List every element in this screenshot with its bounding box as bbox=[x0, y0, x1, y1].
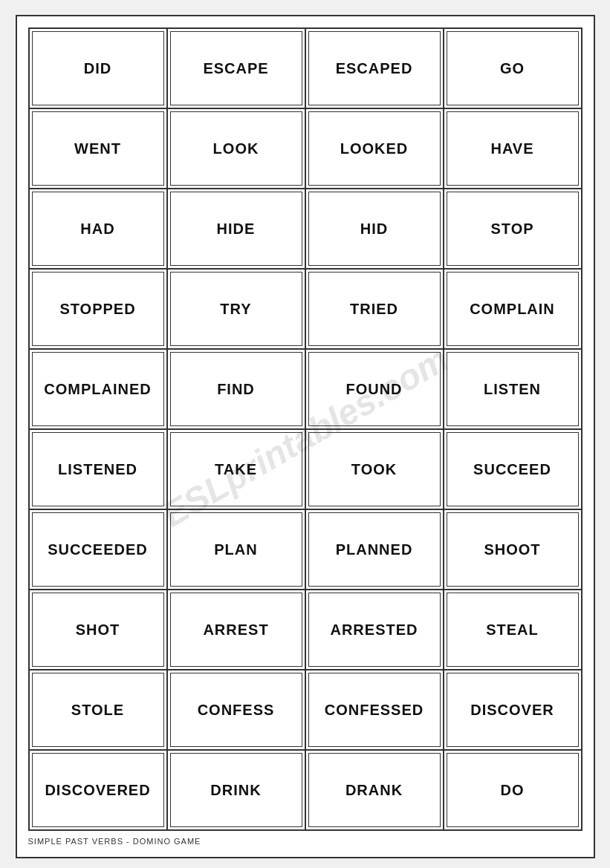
table-row: SHOOT bbox=[444, 510, 583, 590]
table-row: HIDE bbox=[168, 189, 306, 270]
table-row: DISCOVERED bbox=[30, 751, 168, 831]
table-row: SUCCEEDED bbox=[30, 510, 168, 590]
table-row: ESCAPE bbox=[168, 29, 306, 109]
table-row: WENT bbox=[30, 109, 168, 189]
table-row: LISTEN bbox=[444, 350, 583, 430]
table-row: LOOK bbox=[168, 109, 306, 189]
table-row: FIND bbox=[168, 350, 306, 430]
word-cell-38: DRANK bbox=[345, 782, 403, 799]
page: ESLprintables.com DIDESCAPEESCAPEDGOWENT… bbox=[16, 15, 595, 858]
word-cell-16: COMPLAINED bbox=[44, 381, 151, 398]
word-cell-25: PLAN bbox=[214, 541, 257, 558]
word-cell-3: GO bbox=[500, 60, 525, 77]
word-cell-32: STOLE bbox=[71, 702, 124, 719]
word-cell-18: FOUND bbox=[345, 381, 402, 398]
word-cell-1: ESCAPE bbox=[203, 60, 268, 77]
table-row: FOUND bbox=[306, 350, 444, 430]
word-cell-5: LOOK bbox=[213, 140, 259, 157]
table-row: COMPLAIN bbox=[444, 270, 583, 350]
table-row: DRINK bbox=[168, 751, 306, 831]
word-cell-17: FIND bbox=[217, 381, 255, 398]
table-row: STOP bbox=[444, 189, 583, 270]
word-cell-33: CONFESS bbox=[198, 702, 275, 719]
table-row: TAKE bbox=[168, 430, 306, 510]
table-row: ESCAPED bbox=[306, 29, 444, 109]
word-cell-14: TRIED bbox=[350, 301, 398, 318]
word-cell-30: ARRESTED bbox=[330, 621, 418, 639]
word-cell-11: STOP bbox=[490, 221, 533, 238]
table-row: PLAN bbox=[168, 510, 306, 590]
table-row: ARREST bbox=[168, 590, 306, 670]
word-cell-8: HAD bbox=[80, 221, 114, 238]
word-cell-12: STOPPED bbox=[59, 301, 135, 318]
table-row: SUCCEED bbox=[444, 430, 583, 510]
word-cell-36: DISCOVERED bbox=[45, 782, 150, 799]
table-row: TRIED bbox=[306, 270, 444, 350]
word-cell-22: TOOK bbox=[351, 461, 397, 478]
word-grid: DIDESCAPEESCAPEDGOWENTLOOKLOOKEDHAVEHADH… bbox=[28, 27, 583, 831]
table-row: TOOK bbox=[306, 430, 444, 510]
table-row: LOOKED bbox=[306, 109, 444, 189]
table-row: LISTENED bbox=[30, 430, 168, 510]
word-cell-4: WENT bbox=[74, 140, 121, 157]
word-cell-6: LOOKED bbox=[340, 140, 409, 157]
table-row: STEAL bbox=[444, 590, 583, 670]
word-cell-2: ESCAPED bbox=[336, 60, 413, 77]
word-cell-34: CONFESSED bbox=[325, 702, 424, 719]
word-cell-37: DRINK bbox=[210, 782, 261, 799]
table-row: CONFESS bbox=[168, 670, 306, 751]
word-cell-31: STEAL bbox=[486, 621, 539, 639]
footer-label: SIMPLE PAST VERBS - DOMINO GAME bbox=[28, 837, 583, 846]
table-row: HID bbox=[306, 189, 444, 270]
word-cell-26: PLANNED bbox=[336, 541, 413, 558]
word-cell-35: DISCOVER bbox=[470, 702, 554, 719]
word-cell-28: SHOT bbox=[76, 621, 120, 639]
table-row: ARRESTED bbox=[306, 590, 444, 670]
word-cell-24: SUCCEEDED bbox=[48, 541, 148, 558]
word-cell-27: SHOOT bbox=[484, 541, 540, 558]
word-cell-19: LISTEN bbox=[484, 381, 541, 398]
table-row: SHOT bbox=[30, 590, 168, 670]
table-row: DID bbox=[30, 29, 168, 109]
word-cell-10: HID bbox=[360, 221, 388, 238]
word-cell-39: DO bbox=[501, 782, 525, 799]
table-row: DO bbox=[444, 751, 583, 831]
table-row: STOPPED bbox=[30, 270, 168, 350]
table-row: PLANNED bbox=[306, 510, 444, 590]
table-row: DISCOVER bbox=[444, 670, 583, 751]
table-row: CONFESSED bbox=[306, 670, 444, 751]
word-cell-29: ARREST bbox=[203, 621, 268, 639]
word-cell-23: SUCCEED bbox=[473, 461, 551, 478]
table-row: COMPLAINED bbox=[30, 350, 168, 430]
word-cell-0: DID bbox=[84, 60, 111, 77]
table-row: HAD bbox=[30, 189, 168, 270]
table-row: TRY bbox=[168, 270, 306, 350]
table-row: DRANK bbox=[306, 751, 444, 831]
word-cell-20: LISTENED bbox=[58, 461, 137, 478]
word-cell-9: HIDE bbox=[217, 221, 256, 238]
word-cell-13: TRY bbox=[220, 301, 251, 318]
word-cell-21: TAKE bbox=[215, 461, 257, 478]
table-row: HAVE bbox=[444, 109, 583, 189]
table-row: STOLE bbox=[30, 670, 168, 751]
table-row: GO bbox=[444, 29, 583, 109]
word-cell-7: HAVE bbox=[490, 140, 533, 157]
word-cell-15: COMPLAIN bbox=[470, 301, 555, 318]
